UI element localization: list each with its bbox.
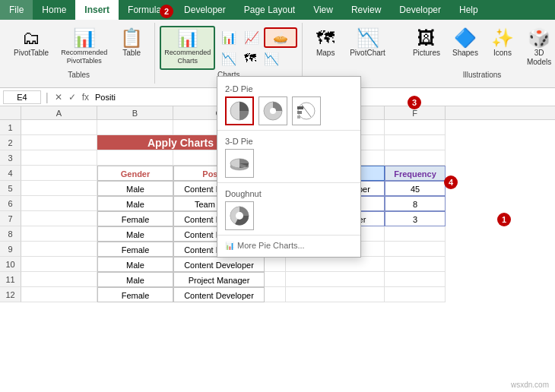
cell-b4-gender[interactable]: Gender	[97, 166, 173, 181]
cell-f7[interactable]: 3	[385, 211, 446, 226]
cell-b11[interactable]: Male	[97, 272, 173, 287]
recommended-pivot-btn[interactable]: 📊 RecommendedPivotTables	[56, 26, 112, 68]
cell-f11[interactable]	[385, 272, 446, 287]
step-badge-4: 4	[444, 175, 458, 189]
cell-d11[interactable]	[265, 272, 286, 287]
cell-a8[interactable]	[21, 226, 97, 242]
cell-b10[interactable]: Male	[97, 257, 173, 272]
pictures-btn[interactable]: 🖼 Pictures	[408, 26, 445, 61]
confirm-formula-icon[interactable]: ✓	[67, 90, 78, 104]
svg-point-12	[236, 212, 243, 220]
pie-2d-bar-btn[interactable]	[292, 96, 321, 125]
tab-insert[interactable]: Insert	[75, 0, 119, 20]
cell-reference[interactable]	[3, 90, 41, 104]
cell-f6[interactable]: 8	[385, 196, 446, 211]
cell-a6[interactable]	[21, 196, 97, 211]
cell-f12[interactable]	[385, 287, 446, 302]
pivotchart-btn[interactable]: 📉 PivotChart	[345, 26, 390, 61]
table-btn[interactable]: 📋 Table	[115, 26, 148, 61]
cell-c12[interactable]: Content Developer	[173, 287, 265, 302]
cell-a4[interactable]	[21, 166, 97, 181]
insert-function-icon[interactable]: fx	[81, 90, 90, 104]
cell-a10[interactable]	[21, 257, 97, 272]
pivot-table-icon: 🗂	[22, 29, 40, 47]
col-header-b: B	[97, 106, 173, 119]
section-3d-pie-label: 3-D Pie	[217, 134, 360, 147]
pie-2d-donut-btn[interactable]	[258, 96, 287, 125]
cell-f4-frequency[interactable]: Frequency	[385, 166, 446, 181]
maps-btn[interactable]: 🗺 Maps	[309, 26, 342, 61]
cell-f2[interactable]	[385, 135, 446, 150]
formula-divider: |	[44, 91, 50, 103]
table-row: 10 Male Content Developer	[0, 257, 555, 272]
tab-view[interactable]: View	[304, 0, 342, 20]
tab-home[interactable]: Home	[33, 0, 75, 20]
pie-2d-bar-icon	[296, 100, 317, 122]
scatter-chart-btn[interactable]: 📉	[218, 49, 239, 68]
pivot-table-btn[interactable]: 🗂 PivotTable	[9, 26, 53, 61]
cell-a1[interactable]	[21, 120, 97, 135]
cell-f1[interactable]	[385, 120, 446, 135]
cell-a3[interactable]	[21, 150, 97, 166]
icons-btn[interactable]: ✨ Icons	[486, 26, 519, 61]
cell-b9[interactable]: Female	[97, 242, 173, 257]
tab-review[interactable]: Review	[342, 0, 390, 20]
cell-a9[interactable]	[21, 242, 97, 257]
shapes-label: Shapes	[452, 49, 478, 58]
tab-developer[interactable]: Developer	[175, 0, 235, 20]
pie-chart-btn[interactable]: 🥧	[264, 27, 297, 48]
cell-a5[interactable]	[21, 181, 97, 196]
pie-2d-filled-btn[interactable]	[225, 96, 254, 125]
ribbon-group-charts: 📊 RecommendedCharts 📊 📈	[155, 23, 303, 84]
cell-c11[interactable]: Project Manager	[173, 272, 265, 287]
cell-a12[interactable]	[21, 287, 97, 302]
cell-a2[interactable]	[21, 135, 97, 150]
ribbon-group-illustrations: 🖼 Pictures 🔷 Shapes ✨ Icons 🎲 3DModels I…	[402, 23, 555, 84]
recommended-charts-icon: 📊	[177, 30, 198, 47]
3d-pie-row	[217, 147, 360, 179]
cell-f9[interactable]	[385, 242, 446, 257]
cell-f5[interactable]: 45	[385, 181, 446, 196]
cell-e10[interactable]	[286, 257, 385, 272]
cell-f3[interactable]	[385, 150, 446, 166]
doughnut-btn[interactable]	[225, 201, 254, 230]
pie-3d-btn[interactable]	[225, 149, 254, 178]
cell-b8[interactable]: Male	[97, 226, 173, 242]
cell-a11[interactable]	[21, 272, 97, 287]
pivotchart-icon: 📉	[357, 29, 379, 47]
pivot-chart-btn[interactable]: 📉	[261, 49, 282, 68]
line-chart-btn[interactable]: 📈	[241, 27, 262, 48]
cell-b1[interactable]	[97, 120, 173, 135]
pictures-icon: 🖼	[417, 29, 436, 47]
cell-f8[interactable]	[385, 226, 446, 242]
cell-e12[interactable]	[286, 287, 385, 302]
tab-help[interactable]: Help	[450, 0, 487, 20]
3d-models-btn[interactable]: 🎲 3DModels	[522, 26, 555, 70]
tab-file[interactable]: File	[0, 0, 33, 20]
maps-label: Maps	[316, 49, 335, 58]
cell-b12[interactable]: Female	[97, 287, 173, 302]
cell-e11[interactable]	[286, 272, 385, 287]
svg-rect-5	[297, 106, 303, 109]
recommended-charts-btn[interactable]: 📊 RecommendedCharts	[160, 26, 215, 70]
tab-page-layout[interactable]: Page Layout	[235, 0, 304, 20]
shapes-btn[interactable]: 🔷 Shapes	[448, 26, 483, 61]
cell-c10[interactable]: Content Developer	[173, 257, 265, 272]
cell-b7[interactable]: Female	[97, 211, 173, 226]
cell-b3[interactable]	[97, 150, 173, 166]
cell-f10[interactable]	[385, 257, 446, 272]
cell-a7[interactable]	[21, 211, 97, 226]
row-num: 7	[0, 211, 21, 226]
row-num: 6	[0, 196, 21, 211]
area-chart-btn[interactable]: 🗺	[241, 49, 259, 68]
tab-developer2[interactable]: Developer	[390, 0, 450, 20]
more-pie-charts-link[interactable]: 📊 More Pie Charts...	[217, 239, 360, 252]
shapes-icon: 🔷	[454, 29, 477, 47]
bar-chart-btn[interactable]: 📊	[218, 27, 239, 48]
row-num: 8	[0, 226, 21, 242]
cancel-formula-icon[interactable]: ✕	[53, 90, 64, 104]
cell-d12[interactable]	[265, 287, 286, 302]
cell-b6[interactable]: Male	[97, 196, 173, 211]
cell-d10[interactable]	[265, 257, 286, 272]
cell-b5[interactable]: Male	[97, 181, 173, 196]
